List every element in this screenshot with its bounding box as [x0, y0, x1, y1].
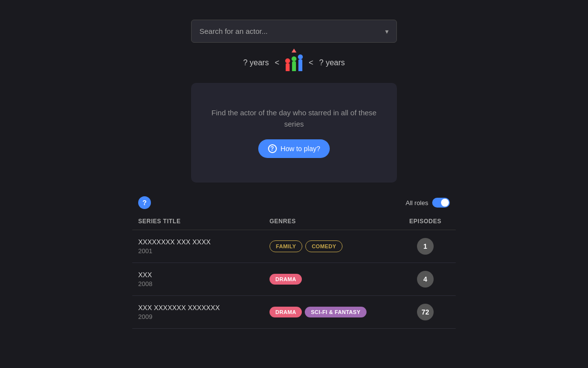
genres-cell: FAMILY COMEDY [270, 240, 401, 252]
search-bar[interactable]: Search for an actor... ▾ [191, 20, 397, 43]
col-series-title: SERIES TITLE [138, 218, 270, 225]
table-header-row: ? All roles [132, 192, 456, 213]
series-title: XXX XXXXXXX XXXXXXX [138, 304, 270, 312]
genre-badge-scifi: SCI-FI & FANTASY [305, 307, 366, 317]
series-info: XXXXXXXX XXX XXXX 2001 [138, 238, 270, 255]
genre-badge-drama: DRAMA [270, 307, 302, 317]
col-episodes: EPISODES [401, 218, 450, 225]
age-hint-row: ? years < < ? years [243, 54, 345, 71]
actor-figure-icon [285, 54, 303, 71]
toggle-knob [441, 199, 449, 207]
table-row: XXX 2008 DRAMA 4 [132, 263, 456, 296]
episodes-cell: 4 [401, 271, 450, 288]
figure-small [285, 58, 290, 71]
figure-tall [298, 54, 303, 71]
episodes-cell: 1 [401, 238, 450, 255]
search-placeholder: Search for an actor... [199, 27, 268, 35]
all-roles-toggle[interactable]: All roles [406, 198, 450, 208]
age-left-label: ? years [243, 58, 269, 67]
genre-badge-family: FAMILY [270, 240, 302, 252]
table-row: XXX XXXXXXX XXXXXXX 2009 DRAMA SCI-FI & … [132, 296, 456, 329]
help-icon: ? [143, 199, 147, 207]
series-table: ? All roles SERIES TITLE GENRES EPISODES… [132, 192, 456, 329]
col-genres: GENRES [270, 218, 401, 225]
series-title: XXX [138, 271, 270, 279]
series-year: 2008 [138, 280, 270, 288]
how-to-play-label: How to play? [281, 145, 320, 153]
genre-badge-comedy: COMEDY [305, 240, 343, 252]
series-year: 2009 [138, 313, 270, 320]
search-container: Search for an actor... ▾ [191, 20, 397, 43]
table-column-headers: SERIES TITLE GENRES EPISODES [132, 213, 456, 230]
genre-badge-drama: DRAMA [270, 274, 302, 285]
genres-cell: DRAMA [270, 274, 401, 285]
table-row: XXXXXXXX XXX XXXX 2001 FAMILY COMEDY 1 [132, 230, 456, 263]
age-right-label: ? years [319, 58, 344, 67]
toggle-switch[interactable] [432, 198, 450, 208]
question-circle-icon: ? [268, 144, 277, 153]
how-to-play-button[interactable]: ? How to play? [258, 139, 330, 158]
less-than-left-icon: < [275, 58, 279, 67]
episode-count: 72 [417, 304, 434, 320]
table-help-button[interactable]: ? [138, 196, 151, 209]
genres-cell: DRAMA SCI-FI & FANTASY [270, 307, 401, 317]
all-roles-label: All roles [406, 199, 428, 207]
chevron-down-icon: ▾ [385, 27, 389, 35]
less-than-right-icon: < [309, 58, 313, 67]
figure-medium [292, 56, 296, 71]
series-info: XXX 2008 [138, 271, 270, 288]
series-info: XXX XXXXXXX XXXXXXX 2009 [138, 304, 270, 320]
series-title: XXXXXXXX XXX XXXX [138, 238, 270, 246]
episodes-cell: 72 [401, 304, 450, 320]
instruction-text: Find the actor of the day who starred in… [206, 107, 382, 130]
series-year: 2001 [138, 247, 270, 255]
episode-count: 1 [417, 238, 434, 255]
main-card: Find the actor of the day who starred in… [191, 83, 397, 183]
episode-count: 4 [417, 271, 434, 288]
